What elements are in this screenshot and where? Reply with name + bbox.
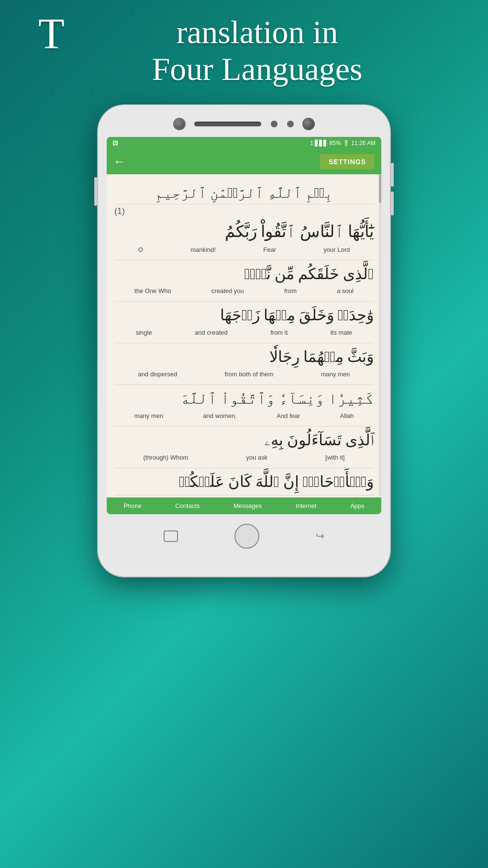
home-button[interactable] bbox=[234, 524, 259, 549]
battery-icon: 🔋 bbox=[343, 140, 351, 147]
arabic-text-v5: كَثِيرٗا وَنِسَآءٗ وَٱتَّقُواْ ٱللَّهَ bbox=[180, 390, 374, 407]
back-hardware-button[interactable]: ↩ bbox=[316, 530, 324, 542]
arabic-v3: وَٰحِدَةٖ وَخَلَقَ مِنۡهَا زَوۡجَهَا bbox=[114, 304, 374, 326]
trans-word: its mate bbox=[329, 329, 355, 336]
front-camera bbox=[174, 119, 185, 129]
recents-button[interactable] bbox=[164, 530, 178, 542]
quran-content: بِسۡمِ ٱللَّهِ ٱلرَّحۡمَٰنِ ٱلرَّحِيمِ (… bbox=[107, 174, 381, 496]
phone-mockup: 🖼 1 ▋▋▋ 85% 🔋 11:26 AM ← SETTINGS bbox=[98, 105, 390, 576]
sim-icon: 1 bbox=[310, 140, 315, 147]
settings-button[interactable]: SETTINGS bbox=[320, 154, 375, 169]
verse-block-2: ٱلَّذِى خَلَقَكُم مِّن نَّفۡسٖ the One W… bbox=[114, 263, 374, 302]
verse-block-4: وَبَثَّ مِنۡهُمَا رِجَالٗا and dispersed… bbox=[114, 346, 374, 385]
arabic-v5: كَثِيرٗا وَنِسَآءٗ وَٱتَّقُواْ ٱللَّهَ bbox=[114, 388, 374, 409]
clock: 11:26 AM bbox=[351, 140, 376, 147]
status-image-icon: 🖼 bbox=[112, 140, 118, 147]
trans-word: And fear bbox=[275, 412, 302, 419]
phone-screen: 🖼 1 ▋▋▋ 85% 🔋 11:26 AM ← SETTINGS bbox=[107, 137, 381, 514]
trans-word: from it bbox=[268, 329, 289, 336]
sensor-dot2 bbox=[287, 121, 294, 127]
nav-contacts[interactable]: Contacts bbox=[175, 502, 200, 509]
arabic-text-v3: وَٰحِدَةٖ وَخَلَقَ مِنۡهَا زَوۡجَهَا bbox=[220, 306, 374, 324]
phone-body: 🖼 1 ▋▋▋ 85% 🔋 11:26 AM ← SETTINGS bbox=[98, 105, 390, 576]
trans-word: created you bbox=[210, 287, 246, 294]
trans-word: [with it] bbox=[323, 454, 346, 461]
trans-word: and dispersed bbox=[136, 371, 179, 378]
phone-bottom-hardware: ↩ bbox=[107, 514, 381, 552]
status-bar: 🖼 1 ▋▋▋ 85% 🔋 11:26 AM bbox=[107, 137, 381, 149]
translation-v1: O mankind! Fear your Lord bbox=[114, 246, 374, 253]
trans-word: many men bbox=[319, 371, 352, 378]
arabic-text-v2: ٱلَّذِى خَلَقَكُم مِّن نَّفۡسٖ bbox=[244, 265, 374, 282]
back-button[interactable]: ← bbox=[113, 155, 126, 169]
title-line2: Four Languages bbox=[38, 50, 450, 88]
verse-number: (1) bbox=[114, 206, 374, 216]
status-right: 1 ▋▋▋ 85% 🔋 11:26 AM bbox=[310, 140, 376, 147]
trans-word: mankind! bbox=[189, 246, 218, 253]
trans-word: Fear bbox=[261, 246, 278, 253]
bismillah-text: بِسۡمِ ٱللَّهِ ٱلرَّحۡمَٰنِ ٱلرَّحِيمِ bbox=[155, 185, 333, 201]
translation-v6: (through) Whom you ask [with it] bbox=[114, 454, 374, 461]
trans-word: your Lord bbox=[322, 246, 352, 253]
translation-v3: single and created from it its mate bbox=[114, 329, 374, 336]
camera-right bbox=[303, 119, 314, 129]
trans-word: (through) Whom bbox=[141, 454, 190, 461]
power-button bbox=[94, 177, 97, 206]
trans-word: a soul bbox=[335, 287, 355, 294]
trans-word: and women. bbox=[201, 412, 239, 419]
phone-top-hardware bbox=[107, 119, 381, 137]
arabic-text-v7: وَٱلۡأَرۡحَامَۚ إِنَّ ٱللَّهَ كَانَ عَلَ… bbox=[179, 473, 374, 490]
verse-block-7: وَٱلۡأَرۡحَامَۚ إِنَّ ٱللَّهَ كَانَ عَلَ… bbox=[114, 471, 374, 496]
bottom-navigation: Phone Contacts Messages Internet Apps bbox=[107, 497, 381, 514]
translation-v5: many men and women. And fear Allah bbox=[114, 412, 374, 419]
trans-word: from both of them bbox=[223, 371, 276, 378]
arabic-text-v6: ٱلَّذِى تَسَآءَلُونَ بِهِۦ bbox=[265, 431, 374, 449]
app-bar: ← SETTINGS bbox=[107, 149, 381, 174]
translation-v2: the One Who created you from a soul bbox=[114, 287, 374, 294]
arabic-v1: يَٰٓأَيُّهَا ٱلنَّاسُ ٱتَّقُواْ رَبَّكُم… bbox=[114, 220, 374, 243]
verse-block-6: ٱلَّذِى تَسَآءَلُونَ بِهِۦ (through) Who… bbox=[114, 429, 374, 468]
earpiece-speaker bbox=[194, 122, 261, 126]
arabic-text-v4: وَبَثَّ مِنۡهُمَا رِجَالٗا bbox=[269, 348, 374, 365]
nav-apps[interactable]: Apps bbox=[350, 502, 365, 509]
trans-word: O bbox=[136, 246, 145, 253]
verse-block-3: وَٰحِدَةٖ وَخَلَقَ مِنۡهَا زَوۡجَهَا sin… bbox=[114, 304, 374, 343]
nav-phone[interactable]: Phone bbox=[123, 502, 142, 509]
arabic-text-v1: يَٰٓأَيُّهَا ٱلنَّاسُ ٱتَّقُواْ رَبَّكُم… bbox=[225, 223, 374, 240]
trans-word: many men bbox=[133, 412, 166, 419]
trans-word: single bbox=[134, 329, 154, 336]
verse-block-5: كَثِيرٗا وَنِسَآءٗ وَٱتَّقُواْ ٱللَّهَ m… bbox=[114, 388, 374, 427]
signal-bars: ▋▋▋ bbox=[315, 140, 329, 147]
page-title: Translation in Four Languages bbox=[0, 0, 488, 98]
trans-word: you ask bbox=[244, 454, 269, 461]
volume-up-button bbox=[391, 163, 394, 187]
trans-word: the One Who bbox=[133, 287, 173, 294]
title-line1: Translation in bbox=[38, 14, 450, 50]
nav-internet[interactable]: Internet bbox=[296, 502, 317, 509]
volume-down-button bbox=[391, 192, 394, 215]
title-drop-t: T bbox=[38, 14, 65, 53]
arabic-v7: وَٱلۡأَرۡحَامَۚ إِنَّ ٱللَّهَ كَانَ عَلَ… bbox=[114, 471, 374, 493]
nav-messages[interactable]: Messages bbox=[233, 502, 262, 509]
arabic-v6: ٱلَّذِى تَسَآءَلُونَ بِهِۦ bbox=[114, 429, 374, 451]
status-left: 🖼 bbox=[112, 140, 118, 147]
bismillah: بِسۡمِ ٱللَّهِ ٱلرَّحۡمَٰنِ ٱلرَّحِيمِ bbox=[114, 185, 374, 204]
arabic-v2: ٱلَّذِى خَلَقَكُم مِّن نَّفۡسٖ bbox=[114, 263, 374, 285]
translation-v4: and dispersed from both of them many men bbox=[114, 371, 374, 378]
trans-word: from bbox=[282, 287, 299, 294]
battery-percent: 85% bbox=[330, 140, 341, 147]
trans-word: and created bbox=[193, 329, 230, 336]
trans-word: Allah bbox=[338, 412, 356, 419]
arabic-v4: وَبَثَّ مِنۡهُمَا رِجَالٗا bbox=[114, 346, 374, 368]
sensor-dot1 bbox=[271, 121, 277, 127]
verse-block-1: يَٰٓأَيُّهَا ٱلنَّاسُ ٱتَّقُواْ رَبَّكُم… bbox=[114, 220, 374, 260]
